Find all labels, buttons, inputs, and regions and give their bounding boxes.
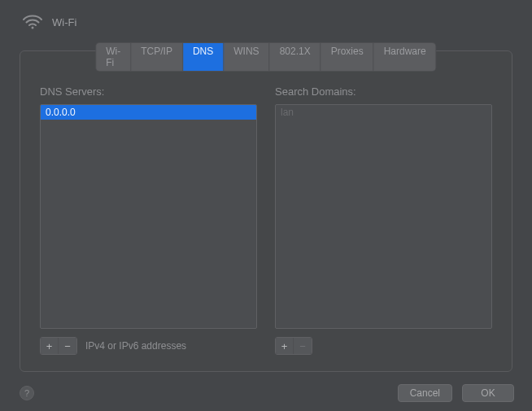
page-title: Wi-Fi: [52, 16, 76, 28]
dns-hint: IPv4 or IPv6 addresses: [85, 340, 186, 352]
help-button[interactable]: ?: [20, 386, 34, 400]
dns-server-entry[interactable]: 0.0.0.0: [41, 105, 256, 120]
dns-remove-button[interactable]: −: [59, 338, 76, 354]
search-domain-placeholder: lan: [276, 105, 491, 120]
tab-bar: Wi-Fi TCP/IP DNS WINS 802.1X Proxies Har…: [96, 43, 435, 71]
tab-8021x[interactable]: 802.1X: [270, 43, 321, 71]
dns-add-button[interactable]: +: [41, 338, 59, 354]
tab-hardware[interactable]: Hardware: [374, 43, 436, 71]
tab-proxies[interactable]: Proxies: [321, 43, 374, 71]
footer-buttons: Cancel OK: [398, 384, 514, 402]
search-list-footer: + −: [275, 337, 492, 355]
content-columns: DNS Servers: 0.0.0.0 + − IPv4 or IPv6 ad…: [20, 51, 512, 371]
tab-wifi[interactable]: Wi-Fi: [96, 43, 131, 71]
dns-list-footer: + − IPv4 or IPv6 addresses: [40, 337, 257, 355]
settings-panel: Wi-Fi TCP/IP DNS WINS 802.1X Proxies Har…: [20, 50, 512, 372]
tab-tcpip[interactable]: TCP/IP: [131, 43, 183, 71]
settings-window: Wi-Fi Wi-Fi TCP/IP DNS WINS 802.1X Proxi…: [0, 0, 532, 411]
cancel-button[interactable]: Cancel: [398, 384, 452, 402]
svg-point-0: [32, 27, 34, 29]
titlebar: Wi-Fi: [0, 0, 532, 42]
dns-add-remove-group: + −: [40, 337, 77, 355]
search-domains-list[interactable]: lan: [275, 104, 492, 329]
footer: ? Cancel OK: [0, 375, 532, 411]
tab-dns[interactable]: DNS: [183, 43, 224, 71]
dns-servers-label: DNS Servers:: [40, 85, 257, 98]
dns-servers-list[interactable]: 0.0.0.0: [40, 104, 257, 329]
search-domains-label: Search Domains:: [275, 85, 492, 98]
search-remove-button[interactable]: −: [294, 338, 312, 354]
dns-servers-column: DNS Servers: 0.0.0.0 + − IPv4 or IPv6 ad…: [40, 85, 257, 355]
wifi-icon: [23, 14, 42, 30]
ok-button[interactable]: OK: [462, 384, 514, 402]
search-add-button[interactable]: +: [276, 338, 294, 354]
search-domains-column: Search Domains: lan + −: [275, 85, 492, 355]
tab-wins[interactable]: WINS: [224, 43, 269, 71]
search-add-remove-group: + −: [275, 337, 312, 355]
